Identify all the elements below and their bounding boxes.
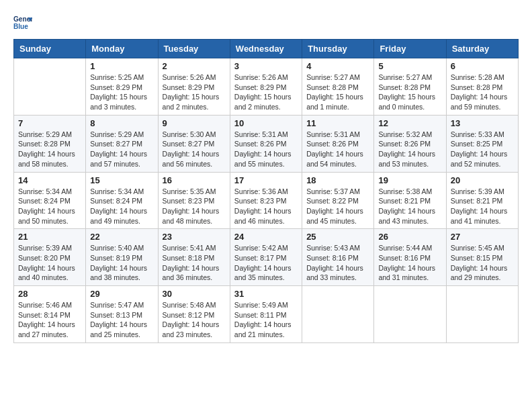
calendar-cell: 11Sunrise: 5:31 AMSunset: 8:26 PMDayligh… <box>302 115 374 172</box>
calendar-cell: 31Sunrise: 5:49 AMSunset: 8:11 PMDayligh… <box>230 286 302 343</box>
calendar-week-row: 28Sunrise: 5:46 AMSunset: 8:14 PMDayligh… <box>14 286 519 343</box>
day-number: 7 <box>18 118 81 128</box>
day-number: 31 <box>234 289 298 299</box>
calendar-cell: 12Sunrise: 5:32 AMSunset: 8:26 PMDayligh… <box>374 115 446 172</box>
day-number: 3 <box>234 61 298 71</box>
day-number: 14 <box>18 175 81 185</box>
day-info: Sunrise: 5:26 AMSunset: 8:29 PMDaylight:… <box>163 73 226 112</box>
calendar-cell: 14Sunrise: 5:34 AMSunset: 8:24 PMDayligh… <box>14 172 86 229</box>
day-number: 22 <box>90 232 153 242</box>
day-info: Sunrise: 5:39 AMSunset: 8:20 PMDaylight:… <box>18 243 81 283</box>
weekday-header: Wednesday <box>230 40 302 58</box>
svg-text:Blue: Blue <box>13 23 28 30</box>
calendar-cell <box>302 286 374 343</box>
day-info: Sunrise: 5:41 AMSunset: 8:18 PMDaylight:… <box>163 243 226 283</box>
calendar-cell: 6Sunrise: 5:28 AMSunset: 8:28 PMDaylight… <box>446 58 518 116</box>
day-info: Sunrise: 5:45 AMSunset: 8:15 PMDaylight:… <box>451 243 514 283</box>
weekday-header: Monday <box>86 40 158 58</box>
day-info: Sunrise: 5:35 AMSunset: 8:23 PMDaylight:… <box>163 187 226 226</box>
calendar-cell: 8Sunrise: 5:29 AMSunset: 8:27 PMDaylight… <box>86 115 158 172</box>
day-info: Sunrise: 5:34 AMSunset: 8:24 PMDaylight:… <box>18 187 81 226</box>
day-number: 30 <box>163 289 226 299</box>
day-info: Sunrise: 5:33 AMSunset: 8:25 PMDaylight:… <box>451 130 514 169</box>
day-number: 23 <box>163 232 226 242</box>
calendar-week-row: 14Sunrise: 5:34 AMSunset: 8:24 PMDayligh… <box>14 172 519 229</box>
day-info: Sunrise: 5:43 AMSunset: 8:16 PMDaylight:… <box>306 243 369 283</box>
day-number: 26 <box>378 232 441 242</box>
page-header: General Blue <box>13 13 519 32</box>
calendar-cell <box>446 286 518 343</box>
calendar-week-row: 7Sunrise: 5:29 AMSunset: 8:28 PMDaylight… <box>14 115 519 172</box>
day-number: 18 <box>306 175 369 185</box>
day-info: Sunrise: 5:27 AMSunset: 8:28 PMDaylight:… <box>306 73 369 112</box>
calendar-cell: 5Sunrise: 5:27 AMSunset: 8:28 PMDaylight… <box>374 58 446 116</box>
weekday-header: Friday <box>374 40 446 58</box>
day-info: Sunrise: 5:36 AMSunset: 8:23 PMDaylight:… <box>234 187 298 226</box>
day-number: 21 <box>18 232 81 242</box>
day-number: 15 <box>90 175 153 185</box>
day-number: 1 <box>90 61 153 71</box>
day-number: 17 <box>234 175 298 185</box>
calendar-cell: 29Sunrise: 5:47 AMSunset: 8:13 PMDayligh… <box>86 286 158 343</box>
calendar-cell: 16Sunrise: 5:35 AMSunset: 8:23 PMDayligh… <box>158 172 230 229</box>
calendar-week-row: 21Sunrise: 5:39 AMSunset: 8:20 PMDayligh… <box>14 229 519 286</box>
calendar-cell: 28Sunrise: 5:46 AMSunset: 8:14 PMDayligh… <box>14 286 86 343</box>
calendar-cell: 23Sunrise: 5:41 AMSunset: 8:18 PMDayligh… <box>158 229 230 286</box>
day-number: 28 <box>18 289 81 299</box>
day-info: Sunrise: 5:29 AMSunset: 8:28 PMDaylight:… <box>18 130 81 169</box>
day-info: Sunrise: 5:30 AMSunset: 8:27 PMDaylight:… <box>163 130 226 169</box>
day-info: Sunrise: 5:31 AMSunset: 8:26 PMDaylight:… <box>306 130 369 169</box>
day-number: 12 <box>378 118 441 128</box>
day-number: 4 <box>306 61 369 71</box>
calendar-cell: 19Sunrise: 5:38 AMSunset: 8:21 PMDayligh… <box>374 172 446 229</box>
day-number: 16 <box>163 175 226 185</box>
logo-icon: General Blue <box>13 13 32 32</box>
weekday-header: Saturday <box>446 40 518 58</box>
day-info: Sunrise: 5:25 AMSunset: 8:29 PMDaylight:… <box>90 73 153 112</box>
calendar-cell: 27Sunrise: 5:45 AMSunset: 8:15 PMDayligh… <box>446 229 518 286</box>
day-info: Sunrise: 5:39 AMSunset: 8:21 PMDaylight:… <box>451 187 514 226</box>
day-info: Sunrise: 5:28 AMSunset: 8:28 PMDaylight:… <box>451 73 514 112</box>
day-number: 27 <box>451 232 514 242</box>
calendar-cell: 9Sunrise: 5:30 AMSunset: 8:27 PMDaylight… <box>158 115 230 172</box>
calendar-cell: 4Sunrise: 5:27 AMSunset: 8:28 PMDaylight… <box>302 58 374 116</box>
calendar-cell: 15Sunrise: 5:34 AMSunset: 8:24 PMDayligh… <box>86 172 158 229</box>
calendar-cell: 18Sunrise: 5:37 AMSunset: 8:22 PMDayligh… <box>302 172 374 229</box>
day-info: Sunrise: 5:49 AMSunset: 8:11 PMDaylight:… <box>234 300 298 340</box>
day-number: 19 <box>378 175 441 185</box>
calendar-cell: 2Sunrise: 5:26 AMSunset: 8:29 PMDaylight… <box>158 58 230 116</box>
calendar-cell: 20Sunrise: 5:39 AMSunset: 8:21 PMDayligh… <box>446 172 518 229</box>
calendar-header-row: SundayMondayTuesdayWednesdayThursdayFrid… <box>14 40 519 58</box>
calendar-cell: 13Sunrise: 5:33 AMSunset: 8:25 PMDayligh… <box>446 115 518 172</box>
weekday-header: Tuesday <box>158 40 230 58</box>
calendar-cell: 21Sunrise: 5:39 AMSunset: 8:20 PMDayligh… <box>14 229 86 286</box>
day-info: Sunrise: 5:47 AMSunset: 8:13 PMDaylight:… <box>90 300 153 340</box>
day-info: Sunrise: 5:37 AMSunset: 8:22 PMDaylight:… <box>306 187 369 226</box>
weekday-header: Thursday <box>302 40 374 58</box>
calendar-cell: 1Sunrise: 5:25 AMSunset: 8:29 PMDaylight… <box>86 58 158 116</box>
calendar-cell: 24Sunrise: 5:42 AMSunset: 8:17 PMDayligh… <box>230 229 302 286</box>
logo: General Blue <box>13 13 32 32</box>
day-info: Sunrise: 5:32 AMSunset: 8:26 PMDaylight:… <box>378 130 441 169</box>
day-number: 13 <box>451 118 514 128</box>
day-info: Sunrise: 5:27 AMSunset: 8:28 PMDaylight:… <box>378 73 441 112</box>
day-number: 9 <box>163 118 226 128</box>
day-info: Sunrise: 5:29 AMSunset: 8:27 PMDaylight:… <box>90 130 153 169</box>
day-number: 5 <box>378 61 441 71</box>
day-info: Sunrise: 5:42 AMSunset: 8:17 PMDaylight:… <box>234 243 298 283</box>
day-number: 25 <box>306 232 369 242</box>
day-info: Sunrise: 5:38 AMSunset: 8:21 PMDaylight:… <box>378 187 441 226</box>
day-number: 11 <box>306 118 369 128</box>
day-info: Sunrise: 5:31 AMSunset: 8:26 PMDaylight:… <box>234 130 298 169</box>
calendar-cell: 17Sunrise: 5:36 AMSunset: 8:23 PMDayligh… <box>230 172 302 229</box>
day-info: Sunrise: 5:26 AMSunset: 8:29 PMDaylight:… <box>234 73 298 112</box>
day-info: Sunrise: 5:46 AMSunset: 8:14 PMDaylight:… <box>18 300 81 340</box>
calendar-cell: 30Sunrise: 5:48 AMSunset: 8:12 PMDayligh… <box>158 286 230 343</box>
calendar-cell: 7Sunrise: 5:29 AMSunset: 8:28 PMDaylight… <box>14 115 86 172</box>
calendar-cell <box>374 286 446 343</box>
day-number: 6 <box>451 61 514 71</box>
calendar-cell: 3Sunrise: 5:26 AMSunset: 8:29 PMDaylight… <box>230 58 302 116</box>
day-number: 10 <box>234 118 298 128</box>
day-info: Sunrise: 5:48 AMSunset: 8:12 PMDaylight:… <box>163 300 226 340</box>
day-info: Sunrise: 5:34 AMSunset: 8:24 PMDaylight:… <box>90 187 153 226</box>
